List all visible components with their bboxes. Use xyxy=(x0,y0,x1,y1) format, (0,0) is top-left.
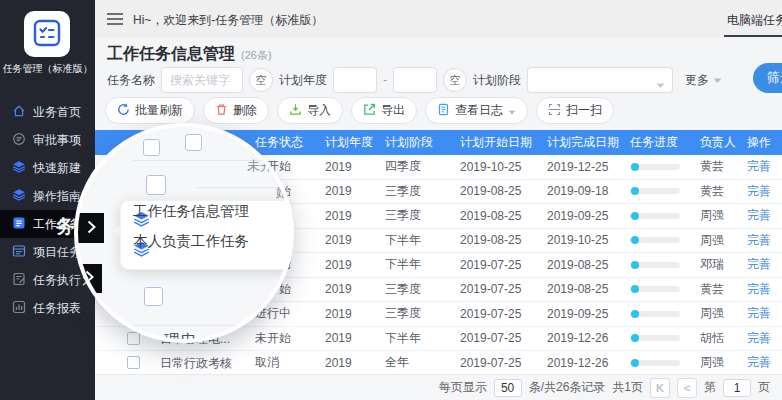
page-number-input[interactable]: 1 xyxy=(723,379,751,397)
sidebar-item-approvals[interactable]: 审批事项 xyxy=(0,126,95,154)
records-summary: 条/共26条记录 xyxy=(529,379,606,396)
progress-handle xyxy=(631,334,639,342)
clear-task-name-button[interactable]: 空 xyxy=(249,68,273,92)
sidebar-item-task-reports[interactable]: 任务报表 xyxy=(0,294,95,322)
plan-end-date: 2019-12-26 xyxy=(547,327,630,351)
task-name-input[interactable] xyxy=(161,67,243,93)
clear-plan-year-button[interactable]: 空 xyxy=(443,68,467,92)
welcome-text: Hi~，欢迎来到-任务管理（标准版） xyxy=(133,12,323,29)
col-plan-start: 计划开始日期 xyxy=(460,130,547,155)
task-name: 日常行政考核 xyxy=(160,351,255,375)
progress-bar[interactable] xyxy=(630,237,680,243)
trash-icon xyxy=(215,103,228,119)
improve-link[interactable]: 完善 xyxy=(747,207,771,224)
progress-bar[interactable] xyxy=(630,335,680,341)
progress-handle xyxy=(631,236,639,244)
progress-bar[interactable] xyxy=(630,262,680,268)
improve-link[interactable]: 完善 xyxy=(747,354,771,371)
delete-button[interactable]: 删除 xyxy=(203,97,269,124)
plan-year: 2019 xyxy=(325,229,385,253)
prev-page-button[interactable]: < xyxy=(677,378,697,398)
submenu-popup: 工作任务信息管理 本人负责工作任务 xyxy=(120,200,294,270)
magnified-checkbox xyxy=(146,175,166,195)
batch-refresh-button[interactable]: 批量刷新 xyxy=(105,97,195,124)
improve-link[interactable]: 完善 xyxy=(747,330,771,347)
sidebar-item-home[interactable]: 业务首页 xyxy=(0,98,95,126)
view-log-label: 查看日志 xyxy=(455,102,503,119)
progress-handle xyxy=(631,261,639,269)
plan-year: 2019 xyxy=(325,327,385,351)
export-button[interactable]: 导出 xyxy=(351,97,417,124)
owner: 周强 xyxy=(700,204,747,228)
row-checkbox[interactable] xyxy=(127,356,140,369)
caret-down-icon xyxy=(508,104,516,118)
hamburger-menu-icon[interactable] xyxy=(107,13,123,28)
magnifier-overlay: 未开始 始 工作任务信息管理 本人负责工作任务 理电... xyxy=(74,123,294,343)
improve-link[interactable]: 完善 xyxy=(747,305,771,322)
table-row: 日常行政考核 取消 2019 全年 2019-07-25 2019-12-26 … xyxy=(95,351,782,376)
filter-button[interactable]: 筛选 xyxy=(753,63,782,93)
improve-link[interactable]: 完善 xyxy=(747,281,771,298)
improve-link[interactable]: 完善 xyxy=(747,232,771,249)
plan-end-date: 2019-08-25 xyxy=(547,278,630,302)
page-size-input[interactable]: 50 xyxy=(494,379,522,397)
sidebar-item-quick-create[interactable]: 快速新建 xyxy=(0,154,95,182)
progress-bar[interactable] xyxy=(630,188,680,194)
plan-year-from-input[interactable] xyxy=(333,67,377,93)
scan-button[interactable]: 扫一扫 xyxy=(536,97,614,124)
submenu-item-label: 工作任务信息管理 xyxy=(133,202,249,221)
task-doc-icon xyxy=(12,216,26,233)
progress-bar[interactable] xyxy=(630,286,680,292)
owner: 周强 xyxy=(700,351,747,375)
col-actions: 操作 xyxy=(747,130,782,155)
row-checkbox[interactable] xyxy=(127,332,140,345)
owner: 周强 xyxy=(700,302,747,326)
progress-bar[interactable] xyxy=(630,213,680,219)
task-status: 未开始 xyxy=(255,327,325,351)
plan-stage-filter-label: 计划阶段 xyxy=(473,72,521,89)
col-plan-end: 计划完成日期 xyxy=(547,130,630,155)
magnified-checkbox xyxy=(185,134,202,151)
caret-down-icon xyxy=(656,78,665,92)
plan-end-date: 2019-10-25 xyxy=(547,229,630,253)
plan-year-to-input[interactable] xyxy=(393,67,437,93)
sidebar-item-label: 任务报表 xyxy=(33,300,81,317)
sidebar-item-label: 操作指南 xyxy=(33,188,81,205)
progress-bar[interactable] xyxy=(630,311,680,317)
progress-handle xyxy=(631,359,639,367)
app-title: 任务管理（标准版） xyxy=(0,62,95,76)
col-plan-year: 计划年度 xyxy=(325,130,385,155)
plan-year: 2019 xyxy=(325,278,385,302)
plan-year: 2019 xyxy=(325,155,385,179)
import-button[interactable]: 导入 xyxy=(277,97,343,124)
home-icon xyxy=(12,104,26,121)
progress-bar[interactable] xyxy=(630,164,680,170)
improve-link[interactable]: 完善 xyxy=(747,158,771,175)
col-task-status: 任务状态 xyxy=(255,130,325,155)
improve-link[interactable]: 完善 xyxy=(747,183,771,200)
improve-link[interactable]: 完善 xyxy=(747,256,771,273)
col-progress: 任务进度 xyxy=(630,130,700,155)
plan-stage-select[interactable] xyxy=(527,67,673,93)
progress-handle xyxy=(631,285,639,293)
plan-stage: 三季度 xyxy=(385,302,460,326)
plan-end-date: 2019-12-26 xyxy=(547,351,630,375)
progress-bar[interactable] xyxy=(630,360,680,366)
filter-bar: 任务名称 空 计划年度 - 空 计划阶段 更多 xyxy=(107,66,722,94)
magnified-checkbox xyxy=(144,287,163,306)
view-log-button[interactable]: 查看日志 xyxy=(425,97,528,124)
owner: 周强 xyxy=(700,229,747,253)
more-filters-button[interactable]: 更多 xyxy=(685,72,722,89)
owner: 黄芸 xyxy=(700,278,747,302)
plan-start-date: 2019-07-25 xyxy=(460,327,547,351)
per-page-label: 每页显示 xyxy=(439,379,487,396)
plan-end-date: 2019-09-25 xyxy=(547,204,630,228)
first-page-button[interactable]: K xyxy=(650,378,670,398)
col-owner: 负责人 xyxy=(700,130,747,155)
magnified-checkbox xyxy=(143,139,160,156)
plan-start-date: 2019-08-25 xyxy=(460,204,547,228)
tab-pc-task-management[interactable]: 电脑端任务管理 xyxy=(727,12,782,29)
owner: 黄芸 xyxy=(700,180,747,204)
report-chart-icon xyxy=(12,300,26,317)
delete-label: 删除 xyxy=(233,102,257,119)
